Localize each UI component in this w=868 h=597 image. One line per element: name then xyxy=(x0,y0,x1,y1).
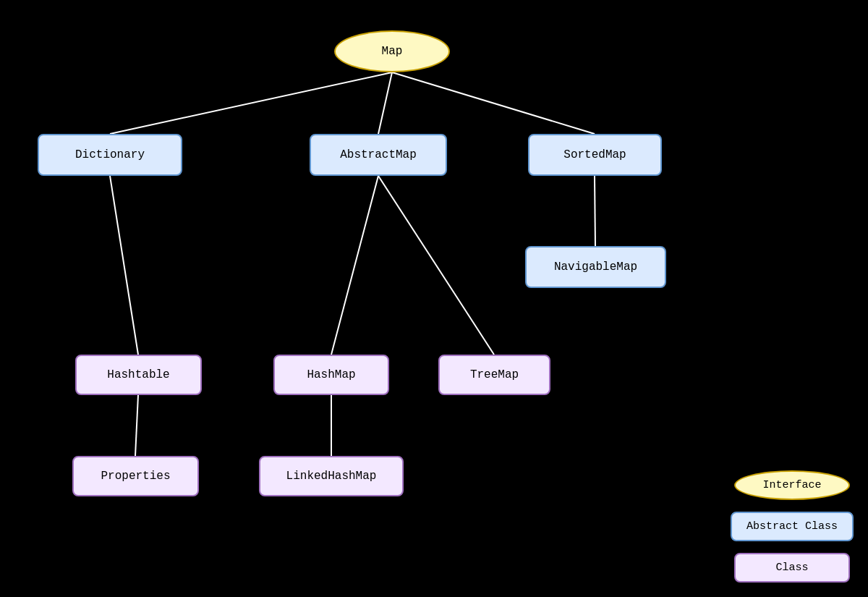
legend-class-item: Class xyxy=(731,553,854,583)
navigablemap-node: NavigableMap xyxy=(525,246,666,288)
svg-line-3 xyxy=(595,176,595,246)
linkedhashmap-label: LinkedHashMap xyxy=(286,470,377,483)
legend-abstract-label: Abstract Class xyxy=(746,520,838,533)
properties-node: Properties xyxy=(72,456,199,496)
properties-label: Properties xyxy=(101,470,170,483)
legend-class-box: Class xyxy=(734,553,850,583)
abstractmap-label: AbstractMap xyxy=(340,148,417,161)
linkedhashmap-node: LinkedHashMap xyxy=(259,456,404,496)
diagram-container: Map Dictionary AbstractMap SortedMap Nav… xyxy=(0,0,868,597)
svg-line-5 xyxy=(331,176,378,355)
legend: Interface Abstract Class Class xyxy=(731,470,854,583)
svg-line-7 xyxy=(135,395,138,456)
svg-line-2 xyxy=(392,72,595,134)
abstractmap-node: AbstractMap xyxy=(310,134,447,176)
hashtable-node: Hashtable xyxy=(75,355,202,395)
legend-interface-box: Interface xyxy=(734,470,850,500)
svg-line-4 xyxy=(110,176,138,355)
treemap-node: TreeMap xyxy=(438,355,550,395)
hashmap-node: HashMap xyxy=(273,355,389,395)
svg-line-6 xyxy=(378,176,494,355)
hashmap-label: HashMap xyxy=(307,368,355,381)
sortedmap-label: SortedMap xyxy=(563,148,626,161)
legend-abstract-box: Abstract Class xyxy=(731,512,854,541)
sortedmap-node: SortedMap xyxy=(528,134,662,176)
dictionary-label: Dictionary xyxy=(75,148,145,161)
legend-interface-item: Interface xyxy=(731,470,854,500)
map-node: Map xyxy=(334,30,450,72)
legend-class-label: Class xyxy=(775,562,808,574)
treemap-label: TreeMap xyxy=(470,368,519,381)
navigablemap-label: NavigableMap xyxy=(554,261,637,274)
svg-line-1 xyxy=(378,72,392,134)
map-label: Map xyxy=(382,45,403,58)
dictionary-node: Dictionary xyxy=(38,134,182,176)
legend-abstract-item: Abstract Class xyxy=(731,512,854,541)
legend-interface-label: Interface xyxy=(762,479,821,491)
hashtable-label: Hashtable xyxy=(107,368,169,381)
svg-line-0 xyxy=(110,72,392,134)
